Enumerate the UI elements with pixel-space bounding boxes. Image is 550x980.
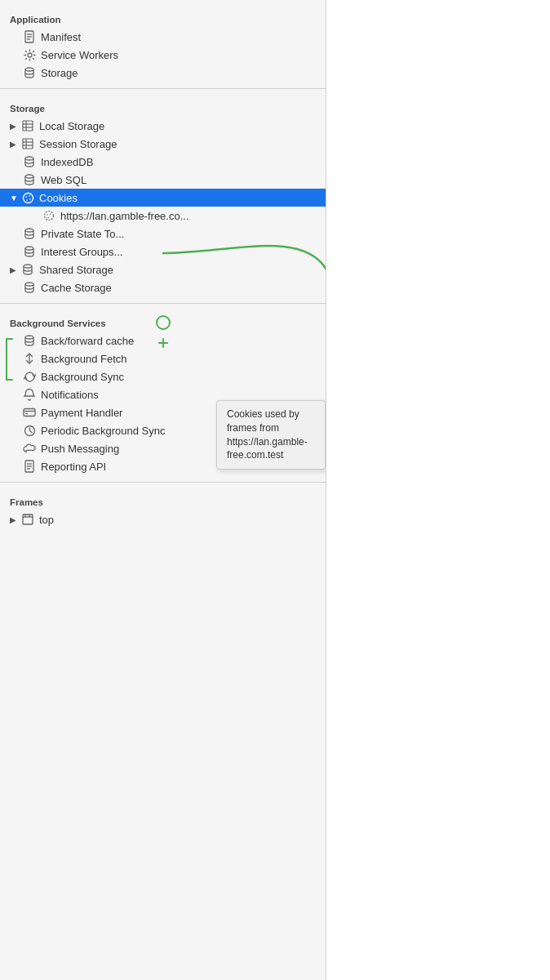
svg-point-22 (47, 214, 47, 215)
grid-icon-2 (21, 137, 34, 150)
db-icon-7 (23, 281, 36, 294)
svg-point-20 (29, 198, 31, 200)
local-storage-item[interactable]: ▶ Local Storage (0, 117, 326, 135)
frame-icon (21, 513, 34, 526)
background-sync-label: Background Sync (41, 371, 316, 383)
web-sql-label: Web SQL (41, 174, 316, 186)
cookies-label: Cookies (39, 192, 316, 204)
svg-rect-6 (23, 121, 33, 131)
cloud-icon (23, 442, 36, 455)
svg-point-17 (25, 196, 27, 198)
cookies-url-item[interactable]: https://lan.gamble-free.co... (0, 207, 326, 225)
storage-section-title: Storage (0, 96, 326, 117)
cookie-icon (21, 191, 34, 204)
svg-rect-31 (24, 409, 35, 416)
svg-point-14 (25, 157, 33, 160)
application-section: Application Manifest Service Workers (0, 0, 326, 89)
db-icon-3 (23, 173, 36, 186)
storage-top-label: Storage (41, 67, 316, 79)
transfer-icon (23, 352, 36, 365)
storage-section: Storage ▶ Local Storage ▶ (0, 89, 326, 304)
storage-top-item[interactable]: Storage (0, 64, 326, 82)
svg-point-18 (29, 195, 30, 197)
cookies-url-label: https://lan.gamble-free.co... (60, 210, 316, 222)
application-section-title: Application (0, 7, 326, 28)
session-storage-label: Session Storage (39, 138, 316, 150)
doc-icon-2 (23, 460, 36, 473)
svg-rect-39 (23, 514, 33, 524)
svg-rect-10 (23, 139, 33, 149)
private-state-label: Private State To... (41, 228, 316, 240)
frames-section: Frames ▶ top (0, 483, 326, 535)
sidebar: Application Manifest Service Workers (0, 0, 326, 980)
top-frame-item[interactable]: ▶ top (0, 510, 326, 528)
cookie-sm-icon (42, 209, 55, 222)
clock-icon (23, 424, 36, 437)
svg-point-23 (50, 213, 51, 214)
bell-icon (23, 388, 36, 401)
cookies-item[interactable]: ▼ Cookies (0, 189, 326, 207)
db-icon (23, 66, 36, 79)
background-services-section: Background Services Back/forward cache (0, 304, 326, 483)
top-frame-label: top (39, 514, 316, 526)
frames-section-title: Frames (0, 489, 326, 510)
svg-point-15 (25, 175, 33, 178)
svg-point-27 (24, 265, 32, 268)
back-forward-cache-item[interactable]: Back/forward cache (0, 332, 326, 350)
interest-groups-item[interactable]: Interest Groups... (0, 243, 326, 261)
periodic-background-sync-item[interactable]: Periodic Background Sync (0, 421, 326, 439)
cache-storage-label: Cache Storage (41, 282, 316, 294)
service-workers-item[interactable]: Service Workers (0, 46, 326, 64)
manifest-item[interactable]: Manifest (0, 28, 326, 46)
local-storage-label: Local Storage (39, 120, 316, 132)
arrow-down-icon: ▼ (10, 194, 20, 203)
background-services-title: Background Services (0, 310, 326, 332)
web-sql-item[interactable]: Web SQL (0, 171, 326, 189)
svg-point-5 (25, 68, 33, 71)
grid-icon (21, 119, 34, 132)
push-messaging-label: Push Messaging (41, 443, 316, 455)
reporting-api-item[interactable]: Reporting API (0, 457, 326, 475)
svg-point-21 (45, 212, 54, 220)
db-icon-4 (23, 227, 36, 240)
cache-storage-item[interactable]: Cache Storage (0, 278, 326, 296)
arrow-right-icon-2: ▶ (10, 265, 20, 274)
shared-storage-item[interactable]: ▶ Shared Storage (0, 261, 326, 278)
svg-point-28 (25, 283, 33, 286)
svg-point-19 (26, 199, 28, 201)
svg-point-24 (47, 217, 48, 218)
back-forward-cache-label: Back/forward cache (41, 335, 316, 347)
background-fetch-label: Background Fetch (41, 353, 316, 365)
session-storage-item[interactable]: ▶ Session Storage (0, 135, 326, 153)
notifications-label: Notifications (41, 389, 316, 401)
indexed-db-item[interactable]: IndexedDB (0, 153, 326, 171)
background-sync-item[interactable]: Background Sync (0, 368, 326, 385)
payment-handler-label: Payment Handler (41, 407, 316, 419)
background-fetch-item[interactable]: Background Fetch (0, 350, 326, 368)
payment-icon (23, 406, 36, 419)
db-icon-6 (21, 263, 34, 276)
service-workers-label: Service Workers (41, 49, 316, 61)
svg-point-16 (23, 193, 33, 203)
arrow-right-icon: ▶ (10, 122, 20, 131)
sync-icon (23, 370, 36, 383)
db-icon-5 (23, 245, 36, 258)
interest-groups-label: Interest Groups... (41, 246, 316, 258)
svg-point-4 (28, 53, 32, 57)
doc-icon (23, 30, 36, 43)
db-icon-8 (23, 334, 36, 347)
payment-handler-item[interactable]: Payment Handler (0, 403, 326, 421)
periodic-background-sync-label: Periodic Background Sync (41, 425, 316, 437)
private-state-item[interactable]: Private State To... (0, 225, 326, 243)
indexed-db-label: IndexedDB (41, 156, 316, 168)
notifications-item[interactable]: Notifications (0, 385, 326, 403)
push-messaging-item[interactable]: Push Messaging (0, 439, 326, 457)
svg-point-29 (25, 336, 33, 339)
reporting-api-label: Reporting API (41, 461, 316, 473)
main-content (326, 0, 550, 980)
gear-icon (23, 48, 36, 61)
shared-storage-label: Shared Storage (39, 264, 316, 276)
arrow-right-icon-3: ▶ (10, 515, 20, 524)
db-icon-2 (23, 155, 36, 168)
svg-point-26 (25, 247, 33, 250)
